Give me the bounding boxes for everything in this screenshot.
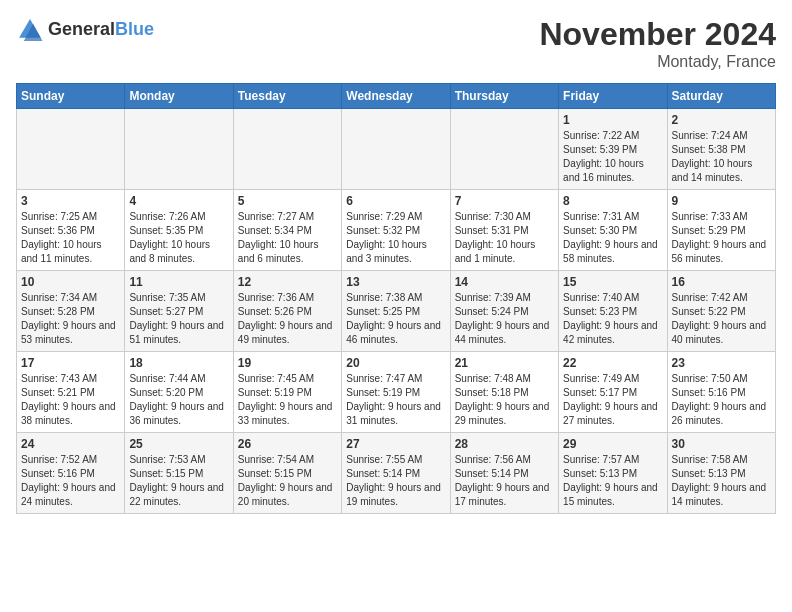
day-info: Sunrise: 7:35 AM Sunset: 5:27 PM Dayligh… <box>129 291 228 347</box>
calendar-week-row: 3Sunrise: 7:25 AM Sunset: 5:36 PM Daylig… <box>17 190 776 271</box>
calendar-table: SundayMondayTuesdayWednesdayThursdayFrid… <box>16 83 776 514</box>
day-number: 22 <box>563 356 662 370</box>
calendar-day-cell: 10Sunrise: 7:34 AM Sunset: 5:28 PM Dayli… <box>17 271 125 352</box>
calendar-day-cell <box>342 109 450 190</box>
weekday-header-row: SundayMondayTuesdayWednesdayThursdayFrid… <box>17 84 776 109</box>
day-info: Sunrise: 7:33 AM Sunset: 5:29 PM Dayligh… <box>672 210 771 266</box>
logo: GeneralBlue <box>16 16 154 44</box>
calendar-day-cell: 2Sunrise: 7:24 AM Sunset: 5:38 PM Daylig… <box>667 109 775 190</box>
day-info: Sunrise: 7:27 AM Sunset: 5:34 PM Dayligh… <box>238 210 337 266</box>
day-number: 13 <box>346 275 445 289</box>
calendar-day-cell: 29Sunrise: 7:57 AM Sunset: 5:13 PM Dayli… <box>559 433 667 514</box>
calendar-day-cell: 26Sunrise: 7:54 AM Sunset: 5:15 PM Dayli… <box>233 433 341 514</box>
calendar-day-cell: 1Sunrise: 7:22 AM Sunset: 5:39 PM Daylig… <box>559 109 667 190</box>
calendar-day-cell <box>125 109 233 190</box>
weekday-header-cell: Thursday <box>450 84 558 109</box>
logo-icon <box>16 16 44 44</box>
day-number: 14 <box>455 275 554 289</box>
calendar-day-cell: 30Sunrise: 7:58 AM Sunset: 5:13 PM Dayli… <box>667 433 775 514</box>
weekday-header-cell: Sunday <box>17 84 125 109</box>
calendar-week-row: 10Sunrise: 7:34 AM Sunset: 5:28 PM Dayli… <box>17 271 776 352</box>
day-info: Sunrise: 7:30 AM Sunset: 5:31 PM Dayligh… <box>455 210 554 266</box>
day-info: Sunrise: 7:55 AM Sunset: 5:14 PM Dayligh… <box>346 453 445 509</box>
calendar-body: 1Sunrise: 7:22 AM Sunset: 5:39 PM Daylig… <box>17 109 776 514</box>
day-number: 19 <box>238 356 337 370</box>
day-info: Sunrise: 7:58 AM Sunset: 5:13 PM Dayligh… <box>672 453 771 509</box>
day-info: Sunrise: 7:56 AM Sunset: 5:14 PM Dayligh… <box>455 453 554 509</box>
day-info: Sunrise: 7:24 AM Sunset: 5:38 PM Dayligh… <box>672 129 771 185</box>
day-number: 17 <box>21 356 120 370</box>
day-number: 7 <box>455 194 554 208</box>
day-number: 23 <box>672 356 771 370</box>
calendar-day-cell: 21Sunrise: 7:48 AM Sunset: 5:18 PM Dayli… <box>450 352 558 433</box>
calendar-day-cell <box>17 109 125 190</box>
calendar-week-row: 17Sunrise: 7:43 AM Sunset: 5:21 PM Dayli… <box>17 352 776 433</box>
weekday-header-cell: Friday <box>559 84 667 109</box>
calendar-week-row: 24Sunrise: 7:52 AM Sunset: 5:16 PM Dayli… <box>17 433 776 514</box>
calendar-day-cell: 11Sunrise: 7:35 AM Sunset: 5:27 PM Dayli… <box>125 271 233 352</box>
day-number: 3 <box>21 194 120 208</box>
day-info: Sunrise: 7:36 AM Sunset: 5:26 PM Dayligh… <box>238 291 337 347</box>
day-number: 15 <box>563 275 662 289</box>
day-number: 12 <box>238 275 337 289</box>
calendar-day-cell: 12Sunrise: 7:36 AM Sunset: 5:26 PM Dayli… <box>233 271 341 352</box>
calendar-day-cell: 28Sunrise: 7:56 AM Sunset: 5:14 PM Dayli… <box>450 433 558 514</box>
weekday-header-cell: Wednesday <box>342 84 450 109</box>
day-number: 5 <box>238 194 337 208</box>
calendar-day-cell: 18Sunrise: 7:44 AM Sunset: 5:20 PM Dayli… <box>125 352 233 433</box>
day-number: 26 <box>238 437 337 451</box>
day-number: 1 <box>563 113 662 127</box>
day-number: 16 <box>672 275 771 289</box>
day-number: 29 <box>563 437 662 451</box>
day-info: Sunrise: 7:57 AM Sunset: 5:13 PM Dayligh… <box>563 453 662 509</box>
calendar-day-cell: 16Sunrise: 7:42 AM Sunset: 5:22 PM Dayli… <box>667 271 775 352</box>
logo-text: GeneralBlue <box>48 20 154 40</box>
calendar-day-cell: 20Sunrise: 7:47 AM Sunset: 5:19 PM Dayli… <box>342 352 450 433</box>
day-number: 20 <box>346 356 445 370</box>
calendar-day-cell: 23Sunrise: 7:50 AM Sunset: 5:16 PM Dayli… <box>667 352 775 433</box>
day-info: Sunrise: 7:45 AM Sunset: 5:19 PM Dayligh… <box>238 372 337 428</box>
calendar-day-cell: 15Sunrise: 7:40 AM Sunset: 5:23 PM Dayli… <box>559 271 667 352</box>
day-info: Sunrise: 7:50 AM Sunset: 5:16 PM Dayligh… <box>672 372 771 428</box>
day-number: 2 <box>672 113 771 127</box>
calendar-day-cell: 5Sunrise: 7:27 AM Sunset: 5:34 PM Daylig… <box>233 190 341 271</box>
day-number: 6 <box>346 194 445 208</box>
day-info: Sunrise: 7:29 AM Sunset: 5:32 PM Dayligh… <box>346 210 445 266</box>
weekday-header-cell: Monday <box>125 84 233 109</box>
day-info: Sunrise: 7:43 AM Sunset: 5:21 PM Dayligh… <box>21 372 120 428</box>
calendar-day-cell: 8Sunrise: 7:31 AM Sunset: 5:30 PM Daylig… <box>559 190 667 271</box>
calendar-day-cell: 9Sunrise: 7:33 AM Sunset: 5:29 PM Daylig… <box>667 190 775 271</box>
day-number: 25 <box>129 437 228 451</box>
calendar-day-cell <box>450 109 558 190</box>
calendar-day-cell: 6Sunrise: 7:29 AM Sunset: 5:32 PM Daylig… <box>342 190 450 271</box>
day-number: 8 <box>563 194 662 208</box>
calendar-week-row: 1Sunrise: 7:22 AM Sunset: 5:39 PM Daylig… <box>17 109 776 190</box>
location: Montady, France <box>539 53 776 71</box>
day-number: 18 <box>129 356 228 370</box>
weekday-header-cell: Tuesday <box>233 84 341 109</box>
day-number: 11 <box>129 275 228 289</box>
day-number: 30 <box>672 437 771 451</box>
day-info: Sunrise: 7:44 AM Sunset: 5:20 PM Dayligh… <box>129 372 228 428</box>
day-info: Sunrise: 7:52 AM Sunset: 5:16 PM Dayligh… <box>21 453 120 509</box>
day-info: Sunrise: 7:49 AM Sunset: 5:17 PM Dayligh… <box>563 372 662 428</box>
calendar-day-cell: 7Sunrise: 7:30 AM Sunset: 5:31 PM Daylig… <box>450 190 558 271</box>
weekday-header-cell: Saturday <box>667 84 775 109</box>
month-title: November 2024 <box>539 16 776 53</box>
day-info: Sunrise: 7:39 AM Sunset: 5:24 PM Dayligh… <box>455 291 554 347</box>
day-number: 21 <box>455 356 554 370</box>
calendar-day-cell: 4Sunrise: 7:26 AM Sunset: 5:35 PM Daylig… <box>125 190 233 271</box>
day-number: 9 <box>672 194 771 208</box>
day-info: Sunrise: 7:31 AM Sunset: 5:30 PM Dayligh… <box>563 210 662 266</box>
day-number: 28 <box>455 437 554 451</box>
day-number: 24 <box>21 437 120 451</box>
calendar-day-cell: 14Sunrise: 7:39 AM Sunset: 5:24 PM Dayli… <box>450 271 558 352</box>
day-info: Sunrise: 7:26 AM Sunset: 5:35 PM Dayligh… <box>129 210 228 266</box>
day-number: 27 <box>346 437 445 451</box>
day-info: Sunrise: 7:22 AM Sunset: 5:39 PM Dayligh… <box>563 129 662 185</box>
calendar-day-cell: 25Sunrise: 7:53 AM Sunset: 5:15 PM Dayli… <box>125 433 233 514</box>
day-info: Sunrise: 7:42 AM Sunset: 5:22 PM Dayligh… <box>672 291 771 347</box>
day-info: Sunrise: 7:25 AM Sunset: 5:36 PM Dayligh… <box>21 210 120 266</box>
day-number: 4 <box>129 194 228 208</box>
day-info: Sunrise: 7:38 AM Sunset: 5:25 PM Dayligh… <box>346 291 445 347</box>
